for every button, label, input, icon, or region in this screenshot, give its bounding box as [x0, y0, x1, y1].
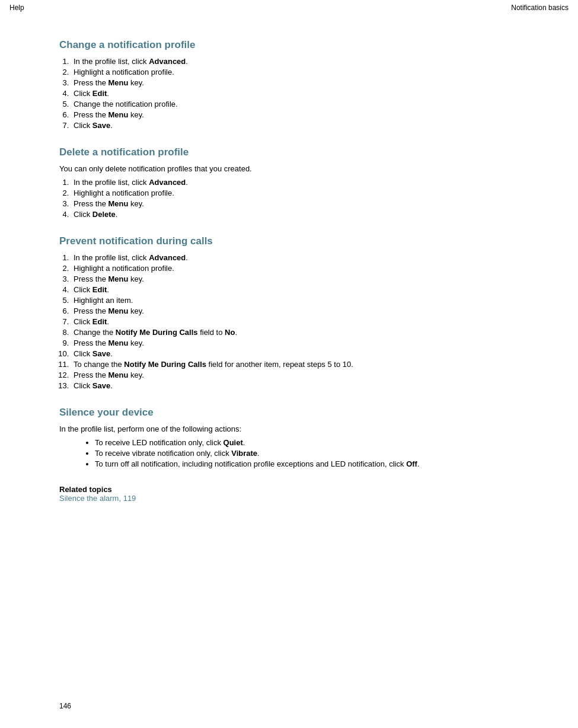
section-title-delete: Delete a notification profile — [59, 146, 531, 158]
page-header: Help Notification basics — [0, 0, 578, 15]
section-description-silence: In the profile list, perform one of the … — [59, 424, 531, 433]
section-title-prevent: Prevent notification during calls — [59, 235, 531, 247]
main-content: Change a notification profile In the pro… — [0, 15, 578, 526]
section-prevent-notification: Prevent notification during calls In the… — [59, 235, 531, 390]
section-change-notification-profile: Change a notification profile In the pro… — [59, 39, 531, 130]
bullet-item: To turn off all notification, including … — [95, 459, 531, 468]
bullet-item: To receive vibrate notification only, cl… — [95, 449, 531, 458]
related-topics-link[interactable]: Silence the alarm, 119 — [59, 494, 136, 503]
section-delete-notification-profile: Delete a notification profile You can on… — [59, 146, 531, 219]
related-topics-label: Related topics — [59, 485, 112, 494]
section-description-delete: You can only delete notification profile… — [59, 164, 531, 173]
bullet-item: To receive LED notification only, click … — [95, 438, 531, 447]
section-title-silence: Silence your device — [59, 407, 531, 419]
steps-list-prevent: In the profile list, click Advanced.High… — [71, 253, 531, 390]
page-number: 146 — [59, 702, 71, 710]
header-right: Notification basics — [511, 4, 569, 12]
steps-list-change: In the profile list, click Advanced.High… — [71, 57, 531, 130]
related-topics-section: Related topics Silence the alarm, 119 — [59, 485, 531, 503]
bullets-list-silence: To receive LED notification only, click … — [95, 438, 531, 468]
steps-list-delete: In the profile list, click Advanced.High… — [71, 178, 531, 219]
section-title-change: Change a notification profile — [59, 39, 531, 51]
section-silence-device: Silence your device In the profile list,… — [59, 407, 531, 468]
header-left: Help — [9, 4, 24, 12]
